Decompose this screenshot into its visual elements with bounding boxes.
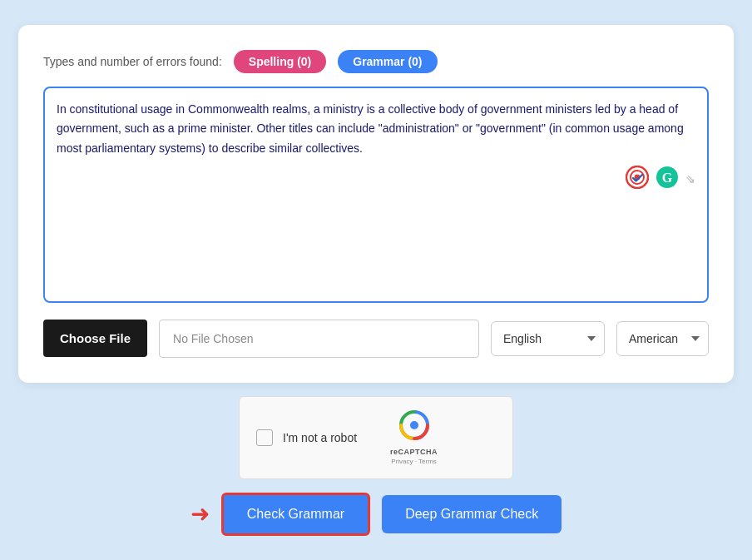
recaptcha-brand: reCAPTCHA xyxy=(390,448,438,456)
arrow-right-icon: ➜ xyxy=(190,500,210,528)
arrow-wrapper: ➜ xyxy=(190,500,210,528)
errors-label: Types and number of errors found: xyxy=(43,55,222,68)
recaptcha-links[interactable]: Privacy · Terms xyxy=(391,458,437,465)
error-row: Types and number of errors found: Spelli… xyxy=(43,50,709,73)
bottom-area: I'm not a robot reCAPTCHA Privacy · Term… xyxy=(190,396,562,536)
choose-file-button[interactable]: Choose File xyxy=(43,320,147,357)
captcha-left: I'm not a robot xyxy=(256,429,357,446)
captcha-checkbox[interactable] xyxy=(256,429,273,446)
check-grammar-button[interactable]: Check Grammar xyxy=(221,493,370,536)
target-icon[interactable] xyxy=(626,166,649,192)
captcha-box: I'm not a robot reCAPTCHA Privacy · Term… xyxy=(239,396,513,479)
main-card: Types and number of errors found: Spelli… xyxy=(18,25,734,383)
text-editor-wrapper: In constitutional usage in Commonwealth … xyxy=(43,87,709,303)
file-input-row: Choose File No File Chosen English Briti… xyxy=(43,320,709,358)
svg-point-5 xyxy=(410,421,418,429)
language-select[interactable]: English British English Spanish French G… xyxy=(491,321,605,356)
grammarly-icon[interactable]: G xyxy=(656,166,679,192)
captcha-right: reCAPTCHA Privacy · Terms xyxy=(390,410,438,465)
text-editor-content[interactable]: In constitutional usage in Commonwealth … xyxy=(57,100,695,159)
buttons-row: ➜ Check Grammar Deep Grammar Check xyxy=(190,493,562,536)
recaptcha-logo-icon xyxy=(399,410,429,446)
deep-grammar-check-button[interactable]: Deep Grammar Check xyxy=(382,495,562,533)
svg-text:G: G xyxy=(662,171,673,185)
editor-icons-row: G ⇘ xyxy=(57,166,695,192)
grammar-badge: Grammar (0) xyxy=(338,50,437,73)
captcha-label: I'm not a robot xyxy=(283,431,357,444)
file-name-display: No File Chosen xyxy=(159,320,479,358)
dialect-select[interactable]: American British Australian Canadian xyxy=(616,321,709,356)
resize-icon[interactable]: ⇘ xyxy=(685,172,695,186)
spelling-badge: Spelling (0) xyxy=(234,50,326,73)
